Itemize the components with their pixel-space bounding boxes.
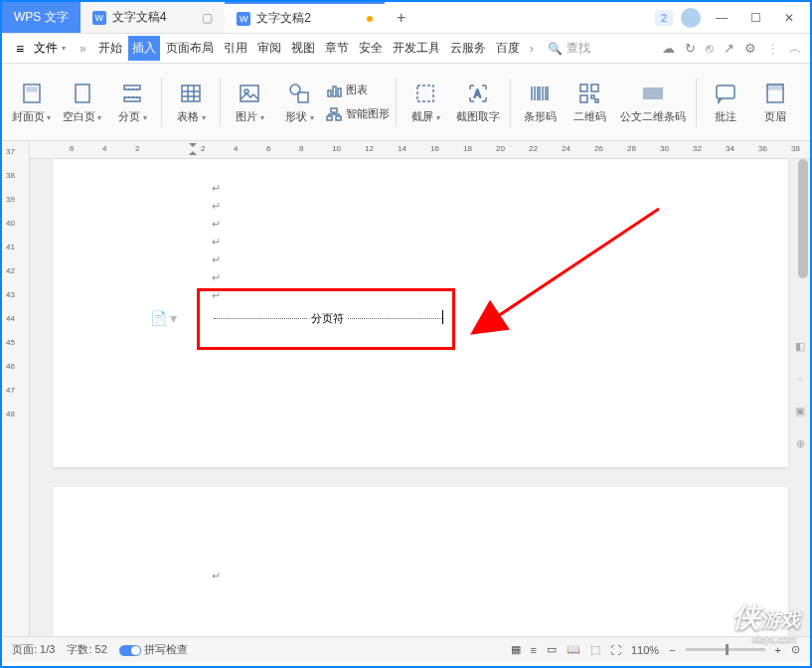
share-icon[interactable]: ↗ <box>724 41 734 56</box>
menu-layout[interactable]: 页面布局 <box>162 36 218 61</box>
spellcheck-toggle[interactable]: 拼写检查 <box>119 642 188 657</box>
view-mode-icon[interactable]: ≡ <box>531 644 537 656</box>
side-tool-icon[interactable]: ◦ <box>798 373 802 385</box>
document-tab-1[interactable]: W 文字文稿4 ▢ <box>81 2 226 33</box>
side-tool-icon[interactable]: ◧ <box>795 340 805 353</box>
menu-section[interactable]: 章节 <box>321 36 353 61</box>
hamburger-icon <box>16 41 30 57</box>
qrcode-icon <box>575 80 603 107</box>
view-mode-icon[interactable]: ▭ <box>547 643 557 656</box>
view-mode-icon[interactable]: ▦ <box>511 643 521 656</box>
horizontal-ruler[interactable]: 6422468101214161820222426283032343638 <box>30 141 810 159</box>
menu-overflow-left[interactable]: » <box>74 42 92 56</box>
close-button[interactable]: ✕ <box>776 5 802 31</box>
view-mode-icon[interactable]: 📖 <box>567 643 580 656</box>
menu-view[interactable]: 视图 <box>287 36 319 61</box>
user-avatar[interactable] <box>681 8 701 28</box>
side-toolbar: ◧ ◦ ▣ ⊕ <box>792 340 808 450</box>
collapse-ribbon-icon[interactable]: ︿ <box>789 40 802 58</box>
new-tab-button[interactable]: + <box>385 2 417 33</box>
paragraph-mark: ↵ <box>212 268 629 286</box>
header-icon <box>761 80 789 107</box>
svg-rect-19 <box>717 85 734 98</box>
sync-icon[interactable]: ↻ <box>685 41 696 56</box>
file-menu[interactable]: 文件 ▾ <box>10 36 72 61</box>
text-cursor <box>442 310 443 324</box>
svg-rect-3 <box>182 85 200 101</box>
svg-rect-16 <box>580 84 587 91</box>
barcode-icon <box>526 80 554 107</box>
zoom-level[interactable]: 110% <box>631 644 659 656</box>
ocr-icon: A <box>464 80 492 107</box>
qrcode-button[interactable]: 二维码 <box>567 68 612 137</box>
titlebar: WPS 文字 W 文字文稿4 ▢ W 文字文稿2 + 2 — ☐ ✕ <box>2 2 810 34</box>
table-button[interactable]: 表格 <box>168 68 214 137</box>
shape-button[interactable]: 形状 <box>276 68 322 137</box>
view-mode-icon[interactable]: ⬚ <box>590 643 600 656</box>
vertical-ruler[interactable]: 37 38 39 40 41 42 43 44 45 46 47 48 <box>2 141 30 636</box>
document-tab-2[interactable]: W 文字文稿2 <box>225 2 385 33</box>
paragraph-mark: ↵ <box>212 215 629 233</box>
indent-marker-icon[interactable] <box>189 143 197 155</box>
side-tool-icon[interactable]: ▣ <box>795 405 805 418</box>
side-tool-icon[interactable]: ⊕ <box>796 437 805 450</box>
page-1[interactable]: ↵ ↵ ↵ ↵ ↵ ↵ ↵ 分页符 📄 ▾ <box>53 159 788 467</box>
pin-icon[interactable]: ⎋ <box>706 41 714 56</box>
workspace: 37 38 39 40 41 42 43 44 45 46 47 48 6422… <box>2 141 810 636</box>
document-canvas[interactable]: ↵ ↵ ↵ ↵ ↵ ↵ ↵ 分页符 📄 ▾ ↵ <box>30 159 810 636</box>
zoom-in-button[interactable]: + <box>775 644 781 656</box>
word-count[interactable]: 字数: 52 <box>67 642 106 657</box>
cover-page-button[interactable]: 封面页 <box>8 68 55 137</box>
comment-icon <box>712 80 739 107</box>
ocr-button[interactable]: A 截图取字 <box>452 68 504 137</box>
barcode-button[interactable]: 条形码 <box>517 68 563 137</box>
comment-button[interactable]: 批注 <box>703 68 748 137</box>
menu-baidu[interactable]: 百度 <box>492 36 524 61</box>
search-icon: 🔍 <box>548 42 563 56</box>
tab-label: 文字文稿4 <box>112 9 167 26</box>
zoom-out-button[interactable]: − <box>669 644 675 656</box>
cover-page-icon <box>18 80 46 107</box>
watermark-url: xiayx.com <box>752 633 796 644</box>
page-break-button[interactable]: 分页 <box>109 68 155 137</box>
fullscreen-icon[interactable]: ⛶ <box>610 644 621 656</box>
menu-cloud[interactable]: 云服务 <box>446 36 490 61</box>
page-indicator[interactable]: 页面: 1/3 <box>12 642 55 657</box>
tab-close-icon[interactable]: ▢ <box>202 11 213 25</box>
svg-rect-9 <box>333 86 336 96</box>
menu-insert[interactable]: 插入 <box>128 36 160 61</box>
page-options-icon[interactable]: 📄 ▾ <box>150 310 178 326</box>
menu-security[interactable]: 安全 <box>355 36 387 61</box>
search-box[interactable]: 🔍 查找 <box>540 40 598 57</box>
page-2[interactable]: ↵ <box>53 487 788 636</box>
notification-badge[interactable]: 2 <box>655 10 673 26</box>
svg-rect-12 <box>327 116 332 120</box>
blank-page-button[interactable]: 空白页 <box>59 68 105 137</box>
gov-barcode-icon <box>639 80 667 107</box>
menu-devtools[interactable]: 开发工具 <box>389 36 444 61</box>
chart-button[interactable]: 图表 <box>326 80 390 101</box>
svg-rect-4 <box>241 85 258 101</box>
minimize-button[interactable]: — <box>709 5 734 31</box>
watermark-logo: 侠游戏 <box>732 598 800 636</box>
picture-button[interactable]: 图片 <box>227 68 272 137</box>
settings-icon[interactable]: ⚙ <box>744 41 756 56</box>
smartart-button[interactable]: 智能图形 <box>326 103 390 125</box>
gov-barcode-button[interactable]: 公文二维条码 <box>616 68 690 137</box>
header-button[interactable]: 页眉 <box>752 68 798 137</box>
menu-review[interactable]: 审阅 <box>253 36 285 61</box>
paragraph-mark: ↵ <box>212 567 629 584</box>
zoom-slider[interactable] <box>686 648 765 651</box>
menubar: 文件 ▾ » 开始 插入 页面布局 引用 审阅 视图 章节 安全 开发工具 云服… <box>2 34 810 64</box>
svg-rect-18 <box>580 95 587 102</box>
menu-start[interactable]: 开始 <box>94 36 126 61</box>
app-name-tab[interactable]: WPS 文字 <box>2 2 81 33</box>
menu-overflow-right[interactable]: › <box>526 42 538 56</box>
cloud-icon[interactable]: ☁ <box>662 41 675 56</box>
fit-button[interactable]: ⊙ <box>791 643 800 656</box>
svg-rect-2 <box>76 84 89 102</box>
maximize-button[interactable]: ☐ <box>742 5 768 31</box>
screenshot-button[interactable]: 截屏 <box>403 68 448 137</box>
svg-rect-21 <box>767 84 783 89</box>
menu-reference[interactable]: 引用 <box>220 36 251 61</box>
